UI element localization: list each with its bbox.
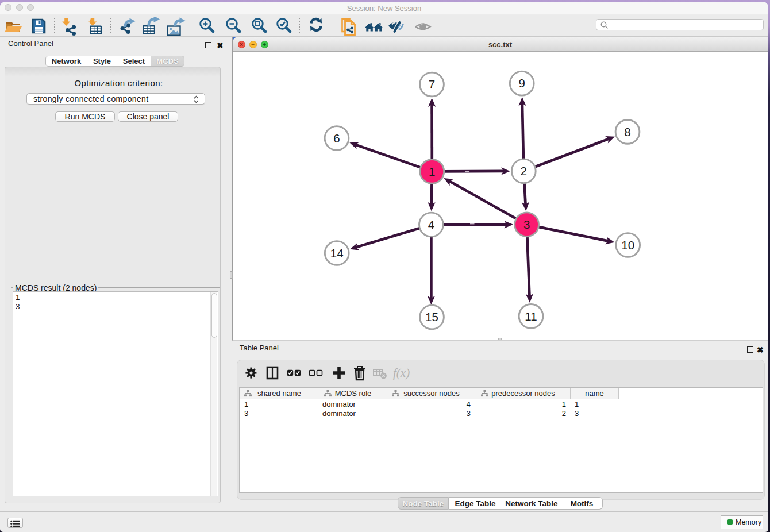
svg-text:6: 6 [333, 132, 340, 145]
svg-text:11: 11 [525, 310, 537, 323]
svg-text:f(x): f(x) [393, 366, 410, 380]
svg-text:4: 4 [428, 218, 434, 231]
svg-text:1: 1 [429, 165, 435, 178]
svg-text:7: 7 [429, 78, 435, 91]
svg-text:9: 9 [518, 76, 525, 90]
svg-text:10: 10 [621, 238, 634, 252]
svg-text:3: 3 [523, 218, 530, 231]
svg-text:8: 8 [624, 125, 630, 138]
svg-text:14: 14 [330, 246, 344, 260]
svg-text:2: 2 [521, 164, 527, 178]
svg-text:15: 15 [425, 310, 438, 323]
